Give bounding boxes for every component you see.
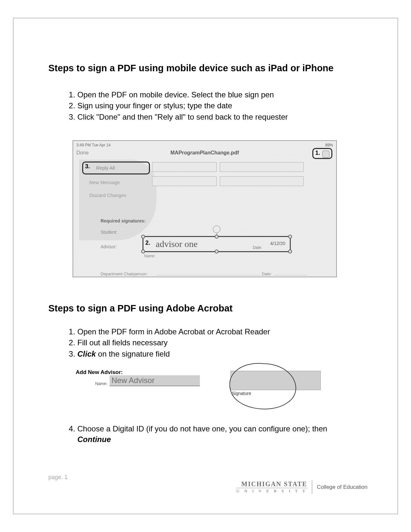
page-footer: page. 1 MICHIGAN STATE U N I V E R S I T…: [48, 474, 371, 481]
brand-block: MICHIGAN STATE U N I V E R S I T Y Colle…: [236, 480, 367, 494]
dept-chair-label: Department Chairperson:: [101, 271, 148, 276]
screenshot-mobile: 3:49 PM Tue Apr 14 89% Done MAProgramPla…: [73, 140, 337, 277]
step-a1: Open the PDF form in Adobe Acrobat or Ac…: [77, 327, 371, 337]
name-label: Name:: [95, 381, 107, 386]
steps-acrobat: Open the PDF form in Adobe Acrobat or Ac…: [48, 327, 371, 359]
new-message-button[interactable]: New Message: [89, 180, 120, 185]
msu-logo: MICHIGAN STATE U N I V E R S I T Y: [236, 480, 312, 494]
callout-2: 2.: [145, 240, 150, 246]
heading-acrobat: Steps to sign a PDF using Adobe Acrobat: [48, 303, 371, 314]
step-2: Sign using your finger or stylus; type t…: [77, 101, 371, 111]
heading-mobile: Steps to sign a PDF using mobile device …: [48, 63, 371, 74]
form-field[interactable]: [152, 176, 217, 186]
sign-pen-icon[interactable]: [322, 151, 329, 158]
step-1: Open the PDF on mobile device. Select th…: [77, 90, 371, 100]
status-time: 3:49 PM Tue Apr 14: [76, 143, 111, 147]
add-advisor-label: Add New Advisor:: [76, 369, 123, 376]
step-3: Click "Done" and then "Rely all" to send…: [77, 112, 371, 122]
date-label: Date:: [253, 245, 262, 250]
step-a3: Click on the signature field: [77, 349, 371, 359]
document-title: MAProgramPlanChange.pdf: [73, 150, 336, 156]
annotation-circle: [222, 361, 303, 413]
signature-text: advisor one: [156, 239, 198, 249]
discard-changes-button[interactable]: Discard Changes: [89, 192, 126, 198]
callout-3: 3. Reply All: [82, 162, 150, 174]
college-name: College of Education: [317, 484, 367, 490]
screenshot-acrobat: Add New Advisor: Name: New Advisor Signa…: [76, 361, 321, 416]
name-label: Name:: [144, 254, 155, 258]
section-mobile: Steps to sign a PDF using mobile device …: [48, 63, 371, 123]
date-value: 4/12/20: [270, 241, 285, 246]
page-number: page. 1: [48, 474, 371, 481]
step-a2: Fill out all fields necessary: [77, 338, 371, 348]
advisor-label: Advisor:: [101, 244, 117, 249]
required-signatures-label: Required signatures:: [101, 218, 146, 223]
steps-mobile: Open the PDF on mobile device. Select th…: [48, 90, 371, 122]
rotate-handle-icon[interactable]: [213, 225, 220, 233]
step-a4: Choose a Digital ID (if you do not have …: [77, 424, 371, 445]
name-input[interactable]: New Advisor: [110, 375, 200, 386]
form-field[interactable]: [220, 176, 304, 186]
signature-field[interactable]: 2. advisor one Date: 4/12/20: [142, 236, 291, 252]
form-field[interactable]: [152, 162, 217, 172]
steps-acrobat-cont: Choose a Digital ID (if you do not have …: [48, 424, 371, 445]
dept-date-label: Date:: [262, 271, 272, 276]
form-field[interactable]: [220, 162, 304, 172]
reply-all-button[interactable]: Reply All: [96, 165, 115, 171]
status-battery: 89%: [325, 143, 333, 147]
student-label: Student:: [101, 230, 117, 235]
callout-1: 1.: [312, 148, 332, 159]
